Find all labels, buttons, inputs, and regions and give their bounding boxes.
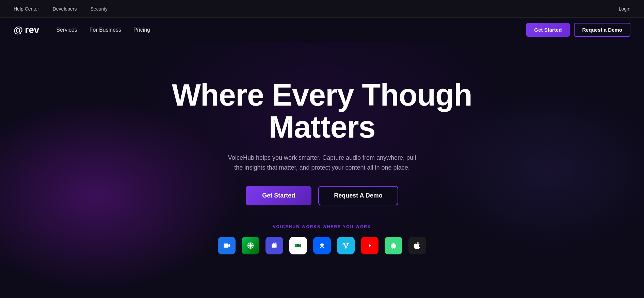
svg-rect-15	[396, 245, 396, 247]
nav-links: Services For Business Pricing	[56, 27, 526, 33]
vimeo-icon	[337, 237, 355, 254]
hero-section: Where Every Though Matters VoiceHub help…	[0, 42, 644, 298]
hero-content: Where Every Though Matters VoiceHub help…	[135, 79, 509, 255]
navbar: @ rev Services For Business Pricing Get …	[0, 18, 644, 42]
svg-rect-11	[391, 245, 396, 246]
help-center-link[interactable]: Help Center	[14, 6, 39, 12]
teams-icon	[265, 237, 283, 254]
android-icon	[385, 237, 402, 254]
hero-subtitle: VoiceHub helps you work smarter. Capture…	[223, 153, 421, 173]
pricing-link[interactable]: Pricing	[133, 27, 150, 33]
svg-point-13	[394, 244, 395, 245]
security-link[interactable]: Security	[91, 6, 108, 12]
youtube-icon	[361, 237, 379, 254]
nav-get-started-button[interactable]: Get Started	[526, 23, 570, 37]
developers-link[interactable]: Developers	[53, 6, 77, 12]
services-link[interactable]: Services	[56, 27, 77, 33]
svg-rect-7	[272, 244, 276, 248]
svg-rect-16	[392, 248, 393, 249]
integration-icons	[135, 237, 509, 254]
google-meet-icon	[289, 237, 307, 254]
for-business-link[interactable]: For Business	[90, 27, 121, 33]
zoom-icon	[218, 237, 236, 254]
hero-actions: Get Started Request A Demo	[135, 186, 509, 205]
svg-rect-14	[391, 245, 391, 247]
svg-point-2	[249, 244, 252, 247]
svg-point-9	[275, 242, 276, 244]
svg-point-8	[273, 243, 275, 245]
svg-rect-17	[394, 248, 395, 249]
logo-text: rev	[25, 25, 39, 35]
logo[interactable]: @ rev	[14, 25, 39, 35]
dropbox-icon	[313, 237, 331, 254]
login-link[interactable]: Login	[619, 6, 630, 12]
nav-request-demo-button[interactable]: Request a Demo	[574, 23, 630, 37]
hero-request-demo-button[interactable]: Request A Demo	[318, 186, 398, 205]
nav-actions: Get Started Request a Demo	[526, 23, 630, 37]
hero-get-started-button[interactable]: Get Started	[246, 186, 311, 205]
apple-icon	[408, 237, 426, 254]
topbar: Help Center Developers Security Login	[0, 0, 644, 18]
works-label: VOICEHUB WORKS WHERE YOU WORK	[135, 224, 509, 229]
webex-icon	[242, 237, 259, 254]
hero-title: Where Every Though Matters	[135, 79, 509, 143]
logo-icon: @	[14, 25, 23, 35]
svg-point-12	[392, 244, 393, 245]
